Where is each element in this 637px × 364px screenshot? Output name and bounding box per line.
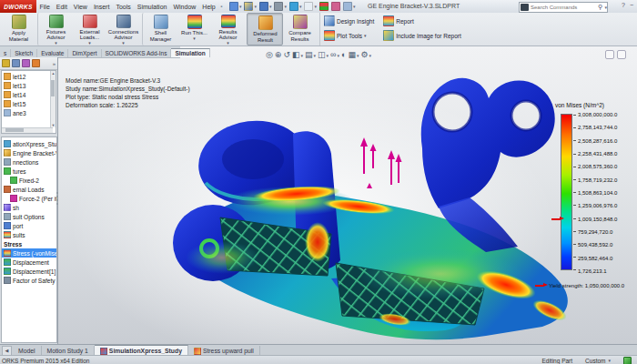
tree-item[interactable]: tures [2, 167, 56, 176]
dimxpert-manager-icon[interactable] [22, 59, 30, 67]
tree-item-icon [4, 109, 11, 116]
tree-item[interactable]: ane3 [2, 108, 56, 117]
menu-item[interactable]: Tools [113, 4, 134, 10]
tree-item[interactable]: sults [2, 230, 56, 239]
tree-item[interactable]: let14 [2, 90, 56, 99]
previous-view-icon[interactable]: ↺ [283, 51, 290, 59]
menu-item[interactable]: Edit [53, 4, 70, 10]
tree-item[interactable]: sult Options [2, 212, 56, 221]
hide-show-items-icon[interactable]: ∞ ▾ [330, 51, 339, 59]
zoom-to-area-icon[interactable]: ⊕ [275, 51, 282, 59]
tab-solidworks-add-ins[interactable]: SOLIDWORKS Add-Ins [102, 49, 172, 57]
panel-chevron-icon[interactable]: » [53, 61, 56, 66]
tree-item[interactable]: Stress [2, 239, 56, 248]
tree-item[interactable]: Factor of Safety [2, 276, 56, 285]
open-document-icon[interactable]: ▾ [244, 2, 257, 11]
tree-item[interactable]: let13 [2, 81, 56, 90]
tree-item-icon [4, 158, 11, 166]
menu-item[interactable]: Simulation [134, 4, 170, 10]
apply-material-button[interactable]: Apply Material [2, 13, 35, 46]
dropdown-caret-icon[interactable]: ▾ [227, 41, 229, 46]
tree-item[interactable]: Displacement[1] [2, 267, 56, 276]
plot-tools-button[interactable]: Plot Tools ▾ [324, 30, 374, 41]
section-view-icon[interactable]: ◧ ▾ [292, 51, 303, 59]
tree-item[interactable]: Engine Bracket-V.3 (-Ti-6 [2, 148, 56, 157]
filter-icon[interactable] [2, 59, 10, 67]
panel-splitter-handle[interactable] [56, 192, 58, 212]
tab-features-partial[interactable]: s [0, 49, 11, 57]
tree-item[interactable]: let12 [2, 72, 56, 81]
include-image-for-report-button[interactable]: Include Image for Report [383, 30, 461, 41]
appearance-manager-icon[interactable] [32, 59, 40, 67]
dropdown-caret-icon: ▾ [337, 53, 339, 58]
display-pane-icon[interactable] [12, 59, 20, 67]
tree-item[interactable]: ernal Loads [2, 185, 56, 194]
view-orientation-icon[interactable]: ▤ ▾ [305, 51, 316, 59]
tree-item[interactable]: nnections [2, 157, 56, 167]
dropdown-caret-icon[interactable]: ▾ [55, 41, 57, 46]
deformed-result-button[interactable]: Deformed Result [247, 13, 283, 46]
viewport-button[interactable] [605, 50, 614, 59]
tree-item[interactable]: sh [2, 203, 56, 212]
tree-item[interactable]: port [2, 221, 56, 230]
dropdown-caret-icon[interactable]: ▾ [122, 41, 125, 46]
units-dropdown-icon[interactable]: ▾ [608, 358, 611, 363]
search-box[interactable]: ⚲ ▾ [519, 2, 608, 13]
search-dropdown-icon[interactable]: ▾ [604, 5, 607, 10]
print-icon[interactable]: ▾ [274, 2, 287, 11]
fixtures-advisor-button[interactable]: Fixtures Advisor ▾ [37, 13, 73, 46]
search-icon[interactable]: ⚲ [598, 4, 602, 11]
tree-vertical-scrollbar[interactable]: ▲ ▼ [50, 71, 56, 127]
tree-item-icon [4, 277, 11, 284]
connections-advisor-button[interactable]: Connections Advisor ▾ [106, 13, 140, 46]
search-input[interactable] [531, 5, 598, 10]
edit-appearance-icon[interactable]: ◐ [341, 51, 346, 59]
apply-scene-icon[interactable]: ▦ ▾ [348, 51, 359, 59]
menu-item[interactable]: Help [199, 4, 218, 10]
zoom-to-fit-icon[interactable]: ◎ [266, 51, 273, 59]
pin-menu-icon[interactable]: ▪ [220, 4, 222, 9]
tree-horizontal-scrollbar[interactable] [2, 127, 53, 133]
appearance-icon[interactable] [331, 2, 340, 11]
menu-item[interactable]: Insert [90, 4, 113, 10]
dropdown-caret-icon[interactable]: ▾ [364, 34, 367, 38]
rebuild-traffic-light-icon[interactable] [319, 2, 329, 11]
tab-evaluate[interactable]: Evaluate [37, 49, 68, 57]
tree-item[interactable]: Displacement [2, 258, 56, 267]
results-advisor-button[interactable]: Results Advisor ▾ [211, 13, 245, 46]
display-style-icon[interactable]: ◫ ▾ [318, 51, 329, 59]
window-icon[interactable]: ▾ [343, 2, 356, 11]
graphics-viewport[interactable]: ◎ ⊕ ↺ ◧ ▾ ▤ ▾ ◫ [58, 46, 637, 344]
tree-item[interactable]: Fixed-2 [2, 176, 56, 185]
quick-access-toolbar: ▾ ▾ ▾ ▾ ▾ ▾ [228, 2, 357, 11]
tree-item[interactable]: let15 [2, 99, 56, 108]
minimize-button[interactable]: − [630, 2, 633, 8]
tree-item[interactable]: Stress (-vonMises-) [2, 248, 56, 258]
units-selector[interactable]: Custom ▾ [585, 358, 611, 364]
tab-sketch[interactable]: Sketch [11, 49, 37, 57]
tab-dimxpert[interactable]: DimXpert [68, 49, 101, 57]
menu-item[interactable]: View [70, 4, 90, 10]
dropdown-caret-icon[interactable]: ▾ [193, 36, 196, 41]
new-document-icon[interactable]: ▾ [229, 2, 242, 11]
menu-item[interactable]: Window [170, 4, 199, 10]
dropdown-caret-icon[interactable]: ▾ [88, 41, 91, 46]
external-loads-button[interactable]: External Loads... ▾ [73, 13, 106, 46]
select-cursor-icon[interactable]: ▾ [304, 2, 317, 11]
report-button[interactable]: Report [383, 15, 461, 26]
save-icon[interactable]: ▾ [259, 2, 272, 11]
compare-results-button[interactable]: Compare Results [283, 13, 317, 46]
design-insight-button[interactable]: Design Insight [324, 15, 374, 26]
scroll-up-icon[interactable]: ▲ [51, 71, 56, 76]
tab-simulation[interactable]: Simulation [171, 48, 209, 57]
viewport-button[interactable] [617, 50, 626, 59]
menu-item[interactable]: File [36, 4, 53, 10]
tree-item[interactable]: Force-2 (Per item: -8000 [2, 194, 56, 203]
undo-icon[interactable]: ▾ [289, 2, 302, 11]
shell-manager-button[interactable]: Shell Manager [142, 13, 177, 46]
run-this-study-button[interactable]: Run This... ▾ [177, 13, 211, 46]
tags-icon[interactable] [623, 357, 632, 364]
help-button[interactable]: ? [622, 2, 625, 8]
view-settings-icon[interactable]: ⚙ ▾ [360, 51, 371, 59]
tree-item[interactable]: ationXpress_Study (-Defa [2, 139, 56, 148]
